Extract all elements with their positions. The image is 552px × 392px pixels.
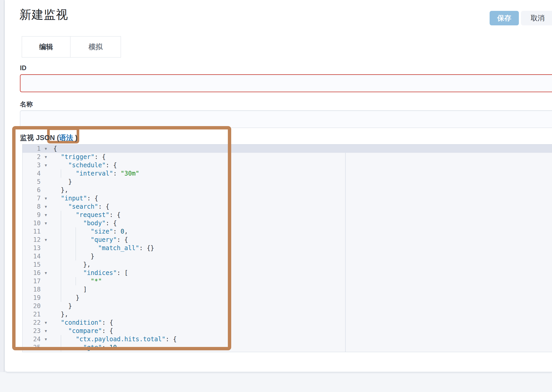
code-cell: },: [51, 260, 552, 269]
gutter-cell: 2▾: [23, 153, 51, 161]
indent-guide: [76, 277, 76, 285]
line-number: 12: [23, 236, 41, 244]
screen: 新建监视 保存 取消 编辑 模拟 ID 名称 监视 JSON (语法 ) 1▾{…: [0, 0, 552, 392]
fold-arrow-icon[interactable]: ▾: [41, 269, 51, 277]
line-number: 3: [23, 161, 41, 169]
code-cell: "ctx.payload.hits.total": {: [51, 335, 552, 343]
code-line: 8▾"search": {: [23, 202, 552, 211]
gutter-cell: 5: [23, 178, 51, 186]
id-input[interactable]: [20, 74, 552, 92]
gutter-cell: 8▾: [23, 202, 51, 211]
fold-arrow-icon[interactable]: ▾: [41, 144, 51, 153]
code-line: 22▾"condition": {: [23, 318, 552, 327]
code-line: 18]: [23, 285, 552, 294]
code-cell: "gte": 10: [51, 343, 552, 352]
code-cell: "query": {: [51, 236, 552, 244]
code-line: 17"*": [23, 277, 552, 285]
json-editor[interactable]: 1▾{2▾"trigger": {3▾"schedule": {4"interv…: [22, 144, 552, 352]
code-line: 23▾"compare": {: [23, 327, 552, 335]
gutter-cell: 16▾: [23, 269, 51, 277]
code-line: 9▾"request": {: [23, 211, 552, 219]
indent-guide: [61, 227, 61, 236]
watch-json-label: 监视 JSON (语法 ): [20, 133, 77, 142]
indent-guide: [61, 252, 61, 260]
code-cell: "interval": "30m": [51, 169, 552, 178]
fold-arrow-icon[interactable]: ▾: [41, 318, 51, 327]
gutter-cell: 3▾: [23, 161, 51, 169]
code-cell: "trigger": {: [51, 153, 552, 161]
left-rail: [0, 0, 4, 372]
line-number: 11: [23, 227, 41, 236]
gutter-cell: 12▾: [23, 236, 51, 244]
code-cell: "input": {: [51, 194, 552, 202]
gutter-cell: 9▾: [23, 211, 51, 219]
gutter-cell: 11: [23, 227, 51, 236]
tab-simulate[interactable]: 模拟: [70, 37, 121, 57]
indent-guide: [61, 277, 61, 285]
gutter-cell: 23▾: [23, 327, 51, 335]
id-field-label: ID: [20, 64, 26, 72]
watch-json-label-prefix: 监视 JSON (: [20, 134, 59, 142]
gutter-cell: 19: [23, 294, 51, 302]
content-card: 新建监视 保存 取消 编辑 模拟 ID 名称 监视 JSON (语法 ) 1▾{…: [5, 0, 552, 372]
gutter-cell: 18: [23, 285, 51, 294]
code-cell: "request": {: [51, 211, 552, 219]
line-number: 1: [23, 144, 41, 153]
fold-arrow-icon[interactable]: ▾: [41, 236, 51, 244]
cancel-button[interactable]: 取消: [521, 11, 552, 25]
line-number: 4: [23, 169, 41, 178]
fold-arrow-icon[interactable]: ▾: [41, 327, 51, 335]
line-number: 17: [23, 277, 41, 285]
name-input[interactable]: [20, 110, 552, 128]
code-line: 3▾"schedule": {: [23, 161, 552, 169]
gutter-cell: 20: [23, 302, 51, 310]
code-line: 24▾"ctx.payload.hits.total": {: [23, 335, 552, 343]
code-cell: "size": 0,: [51, 227, 552, 236]
code-cell: {: [51, 144, 552, 153]
code-line: 11"size": 0,: [23, 227, 552, 236]
code-cell: "search": {: [51, 202, 552, 211]
line-number: 2: [23, 153, 41, 161]
line-number: 15: [23, 260, 41, 269]
fold-arrow-icon[interactable]: ▾: [41, 161, 51, 169]
code-line: 4"interval": "30m": [23, 169, 552, 178]
code-cell: }: [51, 294, 552, 302]
gutter-cell: 14: [23, 252, 51, 260]
indent-guide: [61, 260, 61, 269]
gutter-cell: 4: [23, 169, 51, 178]
indent-guide: [61, 269, 61, 277]
fold-arrow-icon[interactable]: ▾: [41, 211, 51, 219]
line-number: 9: [23, 211, 41, 219]
code-line: 5}: [23, 178, 552, 186]
code-cell: },: [51, 310, 552, 318]
code-line: 6},: [23, 186, 552, 194]
name-field-label: 名称: [20, 100, 33, 108]
line-number: 25: [23, 343, 41, 352]
fold-arrow-icon[interactable]: ▾: [41, 194, 51, 202]
code-lines: 1▾{2▾"trigger": {3▾"schedule": {4"interv…: [23, 144, 552, 352]
tab-edit[interactable]: 编辑: [22, 37, 70, 57]
code-line: 2▾"trigger": {: [23, 153, 552, 161]
code-line: 1▾{: [23, 144, 552, 153]
fold-arrow-icon[interactable]: ▾: [41, 219, 51, 227]
indent-guide: [61, 211, 61, 219]
line-number: 22: [23, 318, 41, 327]
indent-guide: [61, 219, 61, 227]
gutter-cell: 17: [23, 277, 51, 285]
syntax-link[interactable]: 语法: [59, 134, 73, 142]
fold-arrow-icon[interactable]: ▾: [41, 202, 51, 211]
fold-arrow-icon[interactable]: ▾: [41, 335, 51, 343]
line-number: 21: [23, 310, 41, 318]
line-number: 14: [23, 252, 41, 260]
fold-arrow-icon[interactable]: ▾: [41, 153, 51, 161]
gutter-cell: 7▾: [23, 194, 51, 202]
gutter-cell: 21: [23, 310, 51, 318]
code-line: 13"match_all": {}: [23, 244, 552, 252]
code-line: 7▾"input": {: [23, 194, 552, 202]
indent-guide: [76, 244, 76, 252]
code-line: 15},: [23, 260, 552, 269]
line-number: 8: [23, 202, 41, 211]
code-cell: "body": {: [51, 219, 552, 227]
save-button[interactable]: 保存: [490, 11, 519, 25]
code-cell: "condition": {: [51, 318, 552, 327]
